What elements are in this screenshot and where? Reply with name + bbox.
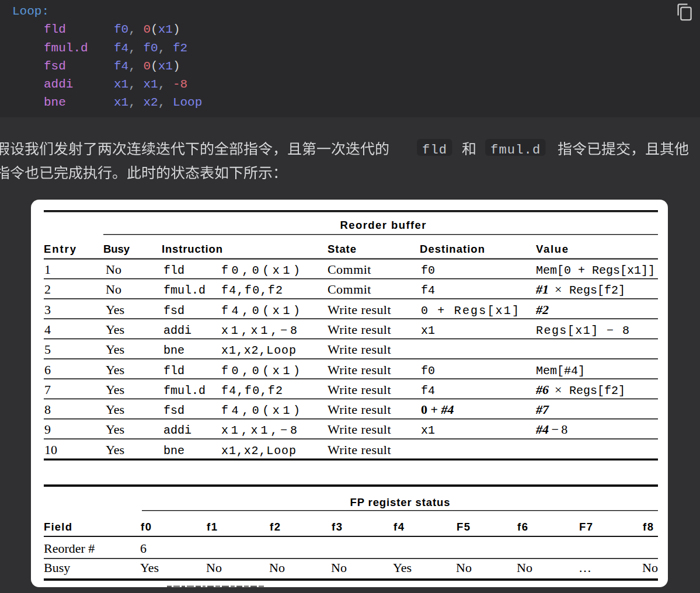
svg-text:f8: f8	[643, 521, 654, 533]
svg-text:f2: f2	[270, 521, 281, 533]
svg-text:#7: #7	[535, 402, 549, 417]
svg-text:addi: addi	[163, 324, 191, 337]
svg-text:fld: fld	[163, 364, 184, 378]
svg-text:fmul.d: fmul.d	[163, 384, 206, 397]
svg-text:x1,x1,−8: x1,x1,−8	[221, 324, 297, 337]
svg-text:Yes: Yes	[106, 342, 124, 357]
svg-text:F5: F5	[457, 521, 471, 533]
svg-text:Regs[f2]: Regs[f2]	[569, 284, 625, 297]
svg-text:6: 6	[44, 362, 51, 377]
svg-text:f0: f0	[141, 521, 152, 533]
svg-text:No: No	[331, 560, 347, 575]
svg-text:2: 2	[44, 282, 51, 296]
svg-text:x1: x1	[421, 424, 435, 437]
svg-text:f1: f1	[207, 521, 218, 533]
svg-text:Yes: Yes	[106, 302, 124, 317]
svg-text:x1,x1,−8: x1,x1,−8	[221, 424, 297, 437]
svg-text:Entry: Entry	[44, 243, 76, 255]
svg-text:Mem[#4]: Mem[#4]	[536, 364, 585, 378]
svg-text:No: No	[642, 560, 658, 575]
svg-text:Destination: Destination	[420, 243, 485, 255]
svg-text:Write result: Write result	[328, 422, 391, 437]
svg-text:f4,0(x1): f4,0(x1)	[221, 404, 300, 417]
svg-text:Busy: Busy	[103, 243, 130, 255]
svg-text:Instruction: Instruction	[162, 243, 222, 255]
svg-text:#6: #6	[535, 382, 549, 397]
svg-text:1: 1	[44, 262, 51, 277]
svg-text:Write result: Write result	[328, 342, 391, 357]
svg-text:Write result: Write result	[328, 322, 391, 337]
svg-text:Write result: Write result	[328, 302, 391, 317]
svg-text:Write result: Write result	[328, 382, 391, 397]
svg-text:Regs[f2]: Regs[f2]	[569, 384, 625, 397]
svg-text:bne: bne	[163, 444, 184, 458]
svg-text:No: No	[106, 282, 121, 296]
svg-text:f0,0(x1): f0,0(x1)	[221, 364, 300, 378]
svg-text:10: 10	[44, 442, 57, 457]
svg-text:No: No	[269, 560, 285, 575]
svg-text:0 + #4: 0 + #4	[421, 402, 454, 417]
svg-text:#4 − 8: #4 − 8	[535, 422, 567, 437]
svg-text:Busy: Busy	[44, 560, 70, 575]
svg-text:4: 4	[44, 322, 51, 337]
svg-text:Yes: Yes	[140, 560, 159, 575]
svg-text:Yes: Yes	[106, 322, 124, 337]
svg-text:9: 9	[44, 422, 51, 437]
svg-text:x1,x2,Loop: x1,x2,Loop	[221, 444, 296, 458]
svg-text:No: No	[106, 262, 121, 277]
svg-text:Mem[0 + Regs[x1]]: Mem[0 + Regs[x1]]	[536, 264, 655, 277]
svg-text:f3: f3	[332, 521, 343, 533]
svg-text:Yes: Yes	[106, 362, 124, 377]
svg-text:Write result: Write result	[328, 402, 391, 417]
svg-text:fsd: fsd	[163, 404, 184, 417]
svg-text:addi: addi	[163, 424, 191, 437]
svg-text:x1,x2,Loop: x1,x2,Loop	[221, 344, 296, 357]
svg-text:f6: f6	[517, 521, 528, 533]
svg-text:6: 6	[140, 541, 147, 556]
svg-text:f4: f4	[421, 384, 435, 397]
svg-text:5: 5	[44, 342, 51, 357]
svg-text:f4: f4	[393, 521, 405, 533]
svg-text:f4: f4	[421, 284, 435, 297]
svg-text:Regs[x1] − 8: Regs[x1] − 8	[536, 324, 629, 337]
svg-text:f4,0(x1): f4,0(x1)	[221, 304, 300, 318]
svg-text:0 + Regs[x1]: 0 + Regs[x1]	[421, 304, 519, 318]
svg-text:bne: bne	[163, 344, 184, 357]
svg-text:Commit: Commit	[328, 282, 371, 296]
svg-text:×: ×	[555, 282, 562, 296]
svg-text:Yes: Yes	[393, 560, 412, 575]
svg-text:fmul.d: fmul.d	[490, 143, 541, 158]
svg-text:Yes: Yes	[106, 382, 124, 397]
svg-text:Reorder buffer: Reorder buffer	[340, 219, 426, 231]
svg-text:fmul.d: fmul.d	[163, 284, 206, 297]
svg-text:fld: fld	[422, 143, 447, 158]
svg-text:7: 7	[44, 382, 51, 397]
svg-text:Field: Field	[44, 521, 72, 533]
svg-text:No: No	[517, 560, 532, 575]
svg-text:f4,f0,f2: f4,f0,f2	[221, 384, 283, 397]
svg-text:State: State	[328, 243, 356, 255]
svg-text:Reorder #: Reorder #	[44, 541, 95, 556]
svg-text:Write result: Write result	[328, 362, 391, 377]
svg-text:FP register status: FP register status	[350, 496, 450, 508]
svg-text:Yes: Yes	[106, 402, 124, 417]
svg-text:Yes: Yes	[106, 442, 124, 457]
svg-text:F7: F7	[579, 521, 594, 533]
svg-text:f4,f0,f2: f4,f0,f2	[221, 284, 283, 297]
svg-text:×: ×	[555, 382, 562, 397]
svg-text:Write result: Write result	[328, 442, 391, 457]
svg-text:f0,0(x1): f0,0(x1)	[221, 264, 300, 277]
svg-text:f0: f0	[421, 364, 435, 378]
svg-text:3: 3	[44, 302, 51, 317]
svg-text:No: No	[456, 560, 472, 575]
svg-text:Yes: Yes	[106, 422, 124, 437]
svg-text:#2: #2	[535, 302, 549, 317]
svg-text:fsd: fsd	[163, 304, 184, 318]
svg-text:f0: f0	[421, 264, 435, 277]
svg-text:fld: fld	[163, 264, 184, 277]
svg-text:…: …	[579, 560, 591, 575]
svg-text:Commit: Commit	[328, 262, 371, 277]
svg-text:Value: Value	[536, 243, 568, 255]
svg-text:x1: x1	[421, 324, 435, 337]
svg-text:8: 8	[44, 402, 51, 417]
